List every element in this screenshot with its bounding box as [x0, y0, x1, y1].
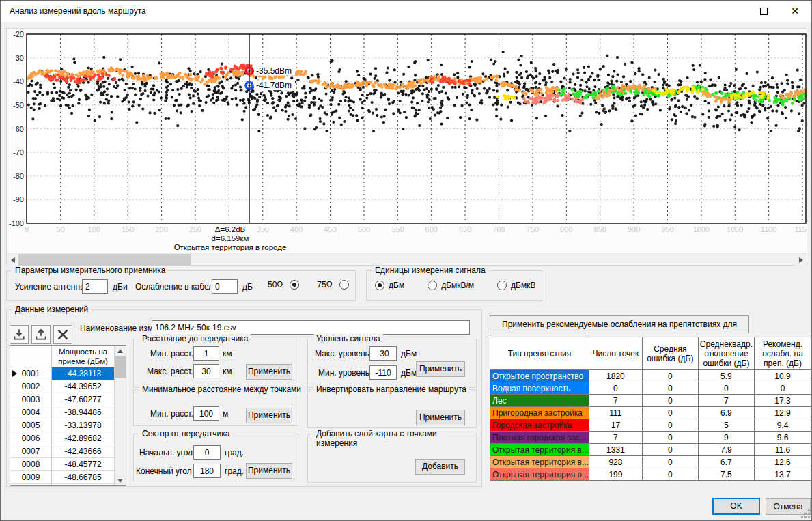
radio-option-75Ω[interactable]: 75Ω [317, 280, 348, 290]
obstacle-type-cell[interactable]: Плотная городская зас... [490, 432, 589, 444]
chart-horizontal-scrollbar[interactable] [7, 253, 807, 265]
obstacle-column-header[interactable]: Среднеквадр. отклонение ошибки (дБ) [698, 337, 754, 370]
obstacle-value-cell[interactable]: 0 [642, 444, 698, 456]
title-bar[interactable]: Анализ измерений вдоль маршрута ✕ [1, 1, 811, 22]
power-value-cell[interactable]: -42.89682 [52, 432, 114, 445]
close-button[interactable]: ✕ [779, 1, 811, 21]
obstacle-value-cell[interactable]: 0 [642, 419, 698, 432]
radio-circle[interactable] [428, 281, 437, 290]
row-header-cell[interactable]: 0005 [10, 419, 52, 432]
grid-corner-cell[interactable] [10, 346, 52, 367]
obstacle-value-cell[interactable]: 7 [589, 395, 642, 407]
radio-option-дБмкВ[interactable]: дБмкВ [497, 281, 535, 290]
obstacle-value-cell[interactable]: 1820 [589, 370, 642, 382]
power-value-cell[interactable]: -38.94486 [52, 406, 114, 419]
apply-sector-button[interactable]: Применить [246, 463, 292, 479]
obstacle-value-cell[interactable]: 7 [698, 395, 754, 407]
power-value-cell[interactable]: -33.13978 [52, 419, 114, 432]
obstacle-value-cell[interactable]: 17.3 [755, 395, 811, 407]
obstacle-value-cell[interactable]: 7.9 [698, 444, 754, 456]
measurement-row[interactable]: 0003-47.60277 [10, 393, 114, 406]
row-header-cell[interactable]: 0002 [10, 380, 52, 393]
obstacle-value-cell[interactable]: 111 [589, 407, 642, 419]
obstacle-row[interactable]: Пригородная застройка11106.912.9 [490, 407, 811, 419]
scrollbar-thumb[interactable] [18, 254, 191, 266]
obstacle-value-cell[interactable]: 0 [642, 407, 698, 419]
obstacle-column-header[interactable]: Рекоменд. ослабл. на преп. (дБ) [755, 337, 811, 370]
obstacle-value-cell[interactable]: 0 [642, 370, 698, 382]
scroll-right-button[interactable] [795, 254, 807, 266]
obstacle-row[interactable]: Водная поверхность0000 [490, 382, 811, 395]
apply-min-point-distance-button[interactable]: Применить [246, 408, 292, 423]
obstacle-value-cell[interactable]: 0 [642, 395, 698, 407]
power-value-cell[interactable]: -47.60277 [52, 393, 114, 406]
obstacle-column-header[interactable]: Число точек [589, 337, 642, 370]
obstacle-type-cell[interactable]: Водная поверхность [490, 382, 589, 395]
radio-circle[interactable] [375, 281, 384, 290]
sector-end-input[interactable] [193, 464, 221, 478]
radio-option-50Ω[interactable]: 50Ω [268, 280, 299, 290]
radio-circle[interactable] [339, 280, 349, 290]
export-measurements-button[interactable] [31, 325, 51, 344]
grid-scrollbar-thumb[interactable] [115, 356, 126, 378]
obstacle-value-cell[interactable]: 10.9 [755, 370, 811, 382]
measurement-row[interactable]: 0005-33.13978 [10, 419, 114, 432]
apply-recommended-attenuations-button[interactable]: Применить рекомендуемые ослабления на пр… [490, 315, 749, 333]
obstacle-row[interactable]: Лес70717.3 [490, 395, 811, 407]
measurement-row[interactable]: 0009-48.66785 [10, 471, 114, 484]
grid-scroll-up-button[interactable] [115, 346, 126, 356]
row-header-cell[interactable]: 0006 [10, 432, 52, 445]
obstacle-value-cell[interactable]: 1331 [589, 444, 642, 456]
obstacle-value-cell[interactable]: 199 [589, 468, 642, 481]
max-level-input[interactable] [369, 346, 397, 361]
radio-option-дБм[interactable]: дБм [375, 281, 404, 290]
ok-button[interactable]: OK [712, 498, 760, 515]
obstacle-type-cell[interactable]: Городская застройка [490, 419, 589, 432]
apply-level-button[interactable]: Применить [416, 361, 465, 377]
max-distance-input[interactable] [193, 364, 219, 378]
route-measurements-chart[interactable]: -20-30-40-50-60-70-80-90-100050100150200… [7, 29, 807, 253]
obstacle-value-cell[interactable]: 5 [698, 419, 754, 432]
obstacle-value-cell[interactable]: 12.9 [755, 407, 811, 419]
obstacle-value-cell[interactable]: 0 [642, 468, 698, 481]
obstacle-value-cell[interactable]: 12.6 [755, 456, 811, 468]
obstacle-row[interactable]: Открытая территория в...133107.911.6 [490, 444, 811, 456]
radio-circle[interactable] [497, 281, 507, 290]
row-header-cell[interactable]: 0009 [10, 471, 52, 483]
obstacle-value-cell[interactable]: 7 [589, 432, 642, 444]
measurement-row[interactable]: 0010-45.97038 [10, 484, 114, 486]
obstacle-type-cell[interactable]: Лес [490, 395, 589, 407]
measurement-row[interactable]: 0006-42.89682 [10, 432, 114, 445]
import-measurements-button[interactable] [10, 325, 29, 344]
obstacle-value-cell[interactable]: 0 [698, 382, 754, 395]
maximize-button[interactable] [748, 1, 779, 21]
measurement-row[interactable]: 0002-44.39652 [10, 380, 114, 393]
measurement-row[interactable]: 0008-48.45772 [10, 458, 114, 471]
obstacle-row[interactable]: Городская застройка17059.4 [490, 419, 811, 432]
measurement-row[interactable]: 0004-38.94486 [10, 406, 114, 419]
row-header-cell[interactable]: 0007 [10, 445, 52, 457]
row-header-cell[interactable]: 0004 [10, 406, 52, 419]
apply-distance-button[interactable]: Применить [246, 364, 292, 380]
obstacle-type-cell[interactable]: Открытое пространство [490, 370, 589, 382]
min-distance-input[interactable] [193, 346, 219, 361]
obstacle-value-cell[interactable]: 7.5 [698, 468, 754, 481]
measurements-grid[interactable]: Мощность на приеме (дБм) 0001-44.3811300… [10, 345, 126, 486]
grid-value-column-header[interactable]: Мощность на приеме (дБм) [52, 346, 114, 367]
apply-invert-button[interactable]: Применить [416, 410, 465, 425]
obstacle-value-cell[interactable]: 0 [755, 382, 811, 395]
grid-vertical-scrollbar[interactable] [114, 346, 126, 485]
power-value-cell[interactable]: -48.45772 [52, 458, 114, 470]
obstacle-value-cell[interactable]: 0 [642, 456, 698, 468]
min-level-input[interactable] [369, 365, 397, 380]
obstacle-value-cell[interactable]: 0 [589, 382, 642, 395]
sector-start-input[interactable] [193, 445, 221, 460]
min-point-distance-input[interactable] [193, 406, 219, 421]
add-map-layer-button[interactable]: Добавить [415, 459, 465, 475]
scroll-left-button[interactable] [7, 254, 18, 266]
obstacle-value-cell[interactable]: 0 [642, 382, 698, 395]
obstacle-value-cell[interactable]: 0 [642, 432, 698, 444]
obstacle-row[interactable]: Открытое пространство182005.910.9 [490, 370, 811, 382]
measurement-name-input[interactable] [152, 320, 470, 335]
power-value-cell[interactable]: -44.38113 [52, 367, 114, 380]
